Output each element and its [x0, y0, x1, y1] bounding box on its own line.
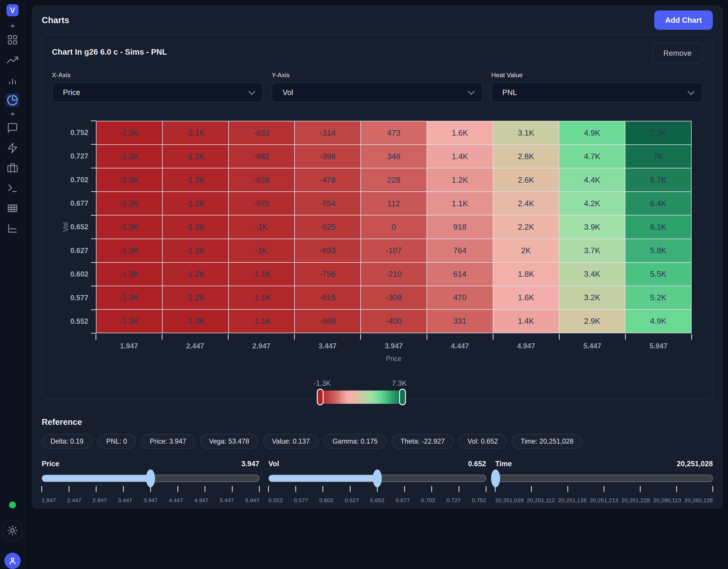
sidebar-item-charts[interactable]: [6, 93, 19, 107]
heat-value-control: Heat Value PNL: [491, 71, 703, 102]
y-tick-label: 0.702: [52, 168, 96, 191]
x-axis-tick: [294, 334, 295, 340]
sidebar-item-chat[interactable]: [6, 121, 19, 135]
heatmap-grid: -1.3K-1.1K-833-3144731.6K3.1K4.9K7.3K-1.…: [96, 121, 692, 333]
heatmap-cell: -308: [361, 286, 427, 309]
main-content: Charts Add Chart Chart In g26 6.0 c - Si…: [25, 0, 728, 509]
heatmap-cell: 918: [427, 215, 493, 238]
sidebar-item-terminal[interactable]: [6, 181, 19, 195]
trending-up-icon: [7, 54, 18, 66]
slider-value: 3.947: [241, 460, 259, 468]
sidebar-item-tables[interactable]: [6, 201, 19, 215]
theme-toggle-button[interactable]: [2, 520, 23, 541]
table-icon: [7, 202, 18, 214]
price-slider-thumb[interactable]: [146, 469, 155, 487]
legend-max-handle[interactable]: [399, 389, 406, 405]
slider-tick: [604, 486, 604, 492]
heatmap-chart[interactable]: Vol 0.7520.7270.7020.6770.6520.6270.6020…: [52, 121, 692, 363]
heatmap-cell: -1.3K: [96, 286, 162, 309]
reference-badge: PNL: 0: [97, 434, 136, 449]
slider-tick: [567, 486, 568, 492]
time-slider-thumb[interactable]: [491, 469, 500, 487]
heatmap-cell: -970: [229, 192, 294, 215]
bar-chart-icon: [7, 74, 18, 86]
reference-badge: Value: 0.137: [263, 434, 319, 449]
x-tick-label: 5.947: [625, 342, 692, 350]
heat-value-select[interactable]: PNL: [491, 82, 703, 102]
chevron-down-icon: [468, 88, 475, 95]
x-axis-selected-value: Price: [63, 88, 249, 97]
x-axis-tick: [360, 334, 361, 340]
heat-legend: -1.3K 7.3K: [319, 379, 404, 404]
sidebar-dot: [11, 113, 14, 115]
time-slider-track[interactable]: [495, 475, 713, 482]
heatmap-cell: -1.2K: [163, 168, 228, 191]
slider-tick-label: 0.677: [396, 497, 410, 504]
vol-slider-thumb[interactable]: [373, 469, 382, 487]
y-axis-select[interactable]: Vol: [272, 82, 483, 102]
y-axis-tick: [91, 309, 96, 310]
slider-tick: [676, 486, 677, 492]
y-axis-label: Y-Axis: [272, 71, 483, 79]
slider-tick-labels: 1.9472.4472.9473.4473.9474.4474.9475.447…: [42, 497, 259, 504]
slider-tick-label: 2.947: [93, 497, 107, 504]
vol-slider-track[interactable]: [268, 475, 486, 482]
heatmap-cell: -1.2K: [163, 215, 228, 238]
remove-chart-button[interactable]: Remove: [652, 43, 703, 63]
slider-tick-label: 0.702: [421, 497, 435, 504]
x-axis-select[interactable]: Price: [52, 82, 263, 102]
panel-header: Charts Add Chart: [42, 6, 713, 34]
x-axis-title: Price: [96, 355, 692, 363]
slider-tick-label: 20,251,028: [495, 497, 524, 504]
reference-title: Reference: [42, 417, 713, 427]
slider-tick: [41, 486, 42, 492]
price-slider-track[interactable]: [42, 475, 259, 482]
legend-min-handle[interactable]: [317, 389, 324, 405]
reference-badge: Vega: 53.478: [200, 434, 258, 449]
heatmap-cell: -107: [361, 239, 427, 262]
sidebar-item-line-charts[interactable]: [6, 221, 19, 235]
heatmap-cell: 4.4K: [559, 168, 625, 191]
x-axis-tick: [559, 334, 560, 340]
slider-tick-label: 5.447: [220, 497, 234, 504]
sidebar-item-trends[interactable]: [6, 53, 19, 67]
slider-tick-label: 0.627: [345, 497, 359, 504]
slider-tick-label: 0.552: [268, 497, 283, 504]
heatmap-cell: 3.2K: [559, 286, 625, 309]
sidebar-item-bar-charts[interactable]: [6, 73, 19, 87]
heatmap-cell: 5.5K: [625, 263, 691, 286]
time-slider-group: Time20,251,02820,251,02820,251,11220,251…: [495, 460, 713, 504]
slider-tick-label: 0.727: [446, 497, 461, 504]
slider-tick-label: 5.947: [245, 497, 259, 504]
slider-tick-label: 4.947: [194, 497, 209, 504]
heatmap-cell: -400: [361, 310, 427, 333]
slider-tick-labels: 0.5520.5770.6020.6270.6520.6770.7020.727…: [268, 497, 486, 504]
heatmap-cell: -1.1K: [229, 286, 294, 309]
user-avatar[interactable]: [4, 553, 21, 569]
y-axis-tick: [91, 120, 96, 121]
sidebar-item-portfolio[interactable]: [6, 161, 19, 175]
heatmap-plot: -1.3K-1.1K-833-3144731.6K3.1K4.9K7.3K-1.…: [96, 121, 692, 333]
heatmap-cell: 5.2K: [625, 286, 691, 309]
heatmap-cell: -1.2K: [163, 145, 228, 168]
app-logo[interactable]: V: [6, 4, 19, 16]
slider-tick: [531, 486, 532, 492]
slider-tick: [205, 486, 205, 492]
slider-value: 20,251,028: [677, 460, 713, 468]
heatmap-cell: 7K: [625, 145, 691, 168]
sidebar-item-dashboard[interactable]: [6, 33, 19, 47]
sidebar-item-actions[interactable]: [6, 141, 19, 155]
heatmap-cell: -478: [295, 168, 360, 191]
slider-tick: [123, 486, 124, 492]
terminal-icon: [7, 182, 18, 194]
heatmap-cell: 1.2K: [427, 168, 493, 191]
slider-tick-label: 4.447: [169, 497, 183, 504]
add-chart-button[interactable]: Add Chart: [654, 10, 713, 30]
vol-slider-group: Vol0.6520.5520.5770.6020.6270.6520.6770.…: [268, 460, 486, 504]
y-axis-tick: [91, 215, 96, 216]
x-tick-label: 4.447: [427, 342, 493, 350]
heatmap-cell: 4.9K: [625, 310, 691, 333]
heatmap-cell: -1.3K: [96, 310, 162, 333]
slider-tick: [232, 486, 233, 492]
heatmap-cell: 7.3K: [625, 121, 691, 144]
